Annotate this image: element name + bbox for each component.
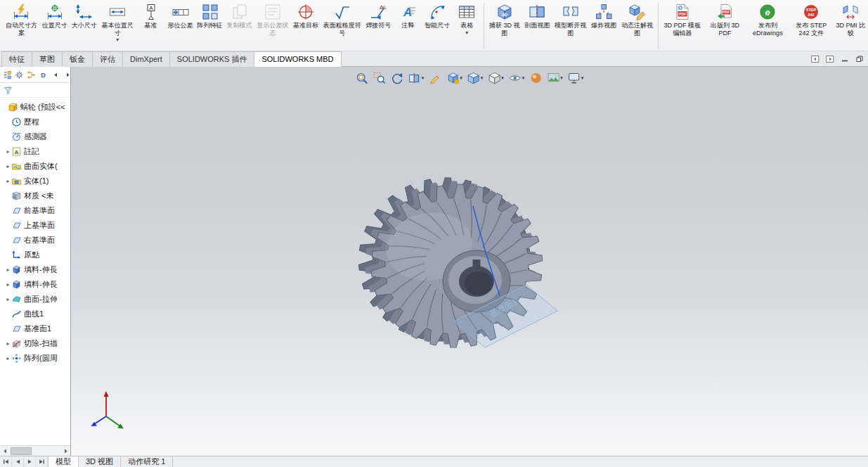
tab-solidworks-addins[interactable]: SOLIDWORKS 插件 [169,51,255,67]
tree-item-9[interactable]: 原點 [0,248,70,262]
bottom-tab-3d-views[interactable]: 3D 视图 [79,456,121,467]
tree-item-11[interactable]: ▸填料-伸長 [0,277,70,292]
tree-item-0[interactable]: 歷程 [0,115,70,129]
dynamic-annotation-views-button[interactable]: 动态注解视图 [618,1,656,50]
dropdown-arrow-icon[interactable]: ▼ [115,37,120,42]
model-break-view-button[interactable]: 模型断开视图 [552,1,589,50]
publish-to-edrawings-button[interactable]: e发布到 eDrawings [746,1,789,50]
orientation-triad[interactable] [91,391,124,429]
tables-button[interactable]: 表格▼ [452,1,481,50]
tree-item-2[interactable]: ▸A註記 [0,144,70,159]
propertymanager-tab-icon[interactable] [13,69,25,80]
dropdown-arrow-icon[interactable]: ▾ [501,75,504,81]
tree-item-3[interactable]: ▸曲面实体( [0,159,70,174]
dropdown-arrow-icon[interactable]: ▾ [581,75,584,81]
capture-3d-view-button[interactable]: 3D捕获 3D 视图 [486,1,522,50]
minimize-window-button[interactable] [839,54,850,64]
weld-symbol-button[interactable]: 焊接符号 [363,1,393,50]
tree-item-16[interactable]: ▸阵列(圆周 [0,351,70,366]
previous-tab-icon[interactable] [12,456,24,467]
featuremanager-tab-icon[interactable] [1,69,13,80]
tab-scroll-left-icon[interactable] [50,69,61,80]
tree-item-4[interactable]: ▸实体(1) [0,174,70,188]
publish-step-242-button[interactable]: STEP242发布 STEP 242 文件 [789,1,833,50]
expand-arrow-icon[interactable]: ▸ [5,267,11,273]
exploded-view-button[interactable]: 爆炸视图 [589,1,618,50]
scroll-left-icon[interactable] [0,446,10,456]
smart-dimension-button[interactable]: 智能尺寸 [422,1,452,50]
dropdown-arrow-icon[interactable]: ▼ [465,30,469,35]
tab-evaluate[interactable]: 评估 [92,51,123,67]
publish-to-3d-pdf-button[interactable]: PDF出版到 3D PDF [704,1,746,50]
tab-sheet-metal[interactable]: 钣金 [62,51,93,67]
tree-horizontal-scrollbar[interactable] [0,445,70,456]
note-button[interactable]: A注释 [393,1,422,50]
next-tab-icon[interactable] [24,456,36,467]
restore-window-button[interactable] [854,54,865,64]
configurationmanager-tab-icon[interactable] [25,69,37,80]
tree-item-6[interactable]: 前基準面 [0,203,70,218]
section-view-button[interactable]: 剖面视图 [522,1,552,50]
dropdown-arrow-icon[interactable]: ▾ [560,75,563,81]
pattern-feature-button[interactable]: 阵列特征 [195,1,225,50]
3d-pdf-template-editor-button[interactable]: PDF3D PDF 模板编辑器 [661,1,704,50]
last-tab-icon[interactable] [36,456,48,467]
dropdown-arrow-icon[interactable]: ▾ [422,75,425,81]
tree-item-13[interactable]: 曲线1 [0,307,70,321]
tree-item-14[interactable]: 基准面1 [0,321,70,336]
capture-3d-view-button[interactable]: ▾ [445,70,464,86]
location-dimension-button[interactable]: 位置尺寸 [40,1,70,50]
surface-finish-symbol-button[interactable]: 表面粗糙度符号 [320,1,363,50]
geometric-tolerance-button[interactable]: 形位公差 [166,1,195,50]
previous-view-button[interactable] [389,70,405,86]
tab-features[interactable]: 特征 [1,51,32,67]
tree-root-item[interactable]: 蜗轮 (預設<< [0,100,70,115]
expand-arrow-icon[interactable]: ▸ [5,296,11,302]
basic-location-dimension-button[interactable]: 基本位置尺寸▼ [99,1,136,50]
expand-arrow-icon[interactable]: ▸ [5,148,11,155]
dimxpertmanager-tab-icon[interactable]: D [37,69,48,80]
section-view-button[interactable]: ▾ [407,70,426,86]
3d-pmi-compare-button[interactable]: 3D PMI 比较 [833,1,868,50]
tab-dimxpert[interactable]: DimXpert [122,51,170,67]
expand-arrow-icon[interactable]: ▸ [5,281,11,288]
tree-item-1[interactable]: 感測器 [0,129,70,144]
scrollbar-thumb[interactable] [11,447,32,455]
scroll-right-icon[interactable] [60,446,70,456]
scrollbar-track[interactable] [10,447,60,456]
graphics-viewport[interactable]: ▾▾▾▾▾▾▾ 基准面1 [71,67,868,456]
tree-item-12[interactable]: ▸曲面-拉伸 [0,292,70,307]
dropdown-arrow-icon[interactable]: ▾ [522,75,525,81]
datum-target-button[interactable]: 基准目标 [291,1,320,50]
bottom-tab-motion-study-1[interactable]: 动作研究 1 [121,456,173,467]
tree-item-8[interactable]: 右基準面 [0,233,70,248]
dynamic-annotation-views-button[interactable] [427,70,443,86]
tab-solidworks-mbd[interactable]: SOLIDWORKS MBD [254,51,341,67]
expand-arrow-icon[interactable]: ▸ [5,178,11,184]
size-dimension-button[interactable]: 大小尺寸 [70,1,99,50]
zoom-to-area-button[interactable] [372,70,387,86]
first-tab-icon[interactable] [0,456,12,467]
hide-show-items-button[interactable]: ▾ [507,70,526,86]
filter-icon[interactable] [2,84,13,96]
expand-arrow-icon[interactable]: ▸ [5,340,11,347]
dropdown-arrow-icon[interactable]: ▾ [481,75,484,81]
dropdown-arrow-icon[interactable]: ▾ [460,75,462,81]
pane-forward-button[interactable] [824,54,836,64]
tree-item-7[interactable]: 上基準面 [0,218,70,233]
display-style-button[interactable]: ▾ [486,70,505,86]
view-orientation-button[interactable]: ▾ [466,70,485,86]
tree-item-10[interactable]: ▸填料-伸長 [0,262,70,277]
bottom-tab-model[interactable]: 模型 [48,456,79,467]
datum-button[interactable]: A基准 [136,1,166,50]
pane-back-button[interactable] [810,54,821,64]
apply-scene-button[interactable]: ▾ [545,70,564,86]
expand-arrow-icon[interactable]: ▸ [5,355,11,362]
tab-sketch[interactable]: 草图 [32,51,63,67]
auto-dimension-scheme-button[interactable]: 自动尺寸方案 [3,1,40,50]
expand-arrow-icon[interactable]: ▸ [5,163,11,169]
tree-item-15[interactable]: ▸切除-扫描 [0,336,70,351]
tree-item-5[interactable]: 材质 <未 [0,188,70,203]
view-settings-button[interactable]: ▾ [566,70,585,86]
edit-appearance-button[interactable] [528,70,543,86]
